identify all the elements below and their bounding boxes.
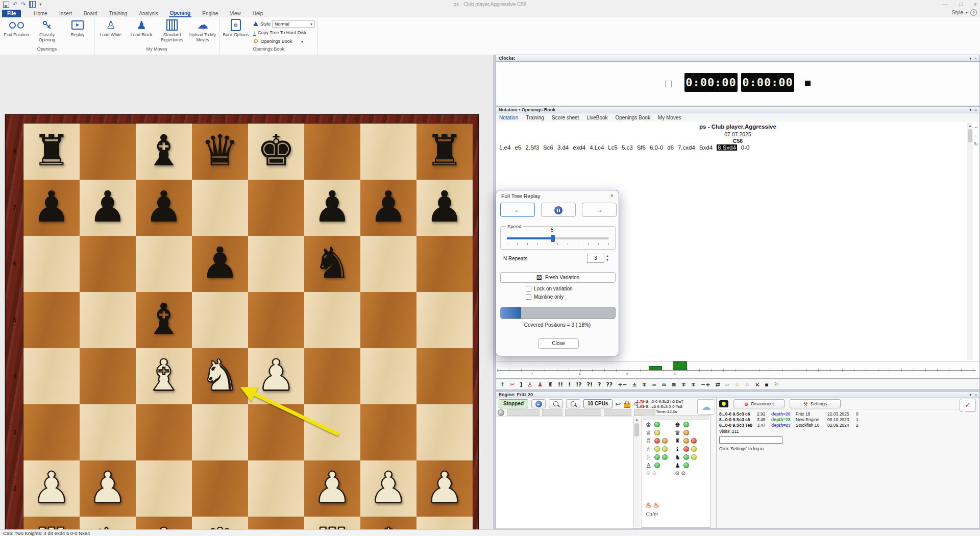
cloud-engine-button[interactable]: ☁ (697, 399, 715, 415)
square-d3[interactable] (192, 404, 248, 460)
square-f7[interactable]: ♟ (304, 180, 360, 236)
black-p-c7[interactable]: ♟ (136, 180, 192, 236)
load-white-button[interactable]: ♙ Load White (97, 18, 124, 38)
find-position-button[interactable]: Find Position (3, 18, 30, 38)
square-f3[interactable] (304, 404, 360, 460)
minimize-button[interactable]: — (942, 1, 948, 7)
square-d7[interactable] (192, 180, 248, 236)
annotation-symbol-13[interactable]: ± (632, 381, 637, 388)
square-f4[interactable] (304, 348, 360, 404)
square-c7[interactable]: ♟ (136, 180, 192, 236)
annotation-symbol-7[interactable]: ! (568, 381, 571, 388)
annotation-symbol-6[interactable]: !! (558, 381, 563, 388)
takeback-icon[interactable]: ↩ (616, 400, 621, 408)
annotation-symbol-5[interactable]: ♜ (548, 381, 553, 388)
annotation-symbol-2[interactable]: ] (520, 381, 522, 388)
standard-repertoires-button[interactable]: Standard Repertoires (159, 18, 185, 42)
white-p-e4[interactable]: ♟ (248, 348, 304, 404)
lets-check-badge[interactable]: ✓ (960, 399, 976, 411)
square-b5[interactable] (80, 292, 136, 348)
square-g8[interactable] (360, 124, 416, 180)
move-Sf6[interactable]: Sf6 (637, 144, 646, 151)
lock-on-variation-row[interactable]: Lock on variation (526, 286, 573, 291)
engine-start-button[interactable]: ▶ (531, 399, 546, 408)
replay-forward-button[interactable]: → (582, 203, 617, 217)
move-Lc5[interactable]: Lc5 (608, 144, 618, 151)
annotation-symbol-27[interactable]: ⚐ (774, 381, 779, 388)
square-c4[interactable]: ♝ (136, 348, 192, 404)
square-h5[interactable] (416, 292, 473, 348)
menu-tab-help[interactable]: Help (252, 10, 264, 17)
black-r-a8[interactable]: ♜ (23, 124, 80, 180)
square-d5[interactable] (192, 292, 248, 348)
style-menu[interactable]: Style (952, 10, 963, 15)
notation-scrollbar[interactable]: ▲ (967, 123, 973, 360)
square-a7[interactable]: ♟ (23, 180, 80, 236)
analysis-plus-button[interactable] (549, 399, 563, 408)
tab-my-moves[interactable]: My Moves (658, 115, 681, 120)
panel-close-icon[interactable]: × (974, 108, 977, 112)
lets-check-status-button[interactable] (719, 400, 728, 407)
black-n-f6[interactable]: ♞ (304, 236, 360, 292)
book-style-select[interactable]: Normal ▾ (273, 20, 314, 28)
chess-board[interactable]: ♜♝♛♚♜♟♟♟♟♟♟♟♞♝♝♞♟♟♟♟♟♟♜♞♝♛♜♚ (23, 124, 473, 536)
square-b7[interactable]: ♟ (80, 180, 136, 236)
book-options-button[interactable]: ⚙ Book Options (223, 18, 249, 38)
square-g7[interactable]: ♟ (360, 180, 416, 236)
menu-tab-engine[interactable]: Engine (201, 10, 219, 17)
annotation-symbol-24[interactable]: ☆ (745, 381, 750, 388)
annotation-symbol-16[interactable]: ∞ (662, 381, 666, 388)
annotation-symbol-0[interactable]: ↑ (500, 381, 505, 388)
black-p-d6[interactable]: ♟ (192, 236, 248, 292)
replay-back-button[interactable]: ← (500, 203, 535, 217)
annotation-symbol-9[interactable]: ?! (587, 381, 593, 388)
square-e4[interactable]: ♟ (248, 348, 304, 404)
move-7.cxd4[interactable]: 7.cxd4 (678, 144, 695, 151)
mainline-only-checkbox[interactable] (526, 294, 531, 300)
analysis-minus-button[interactable] (566, 399, 580, 408)
annotation-symbol-23[interactable]: ☆ (734, 381, 740, 388)
square-e2[interactable] (248, 460, 304, 517)
square-b8[interactable] (80, 124, 136, 180)
classify-opening-button[interactable]: Classify Opening (34, 18, 60, 42)
engine-stop-button[interactable]: Stopped (499, 399, 528, 408)
annotation-symbol-25[interactable]: × (755, 381, 760, 388)
square-f6[interactable]: ♞ (304, 236, 360, 292)
move-Sc6[interactable]: Sc6 (543, 144, 553, 151)
square-d6[interactable]: ♟ (192, 236, 248, 292)
black-b-c8[interactable]: ♝ (136, 124, 192, 180)
square-c8[interactable]: ♝ (136, 124, 192, 180)
square-d2[interactable] (192, 460, 248, 517)
square-g2[interactable]: ♟ (360, 460, 416, 517)
evaluation-graph[interactable]: 2468 (496, 361, 980, 379)
annotation-symbol-20[interactable]: −+ (701, 381, 710, 388)
square-h6[interactable] (416, 236, 473, 292)
settings-button[interactable]: ⚒ Settings (790, 399, 841, 408)
black-p-a7[interactable]: ♟ (23, 180, 80, 236)
replay-pause-button[interactable] (541, 203, 576, 217)
square-a2[interactable]: ♟ (23, 460, 80, 517)
square-b4[interactable] (80, 348, 136, 404)
move-list[interactable]: 1.e4e52.Sf3Sc63.d4exd44.Lc4Lc55.c3Sf66.0… (499, 144, 964, 151)
square-b6[interactable] (80, 236, 136, 292)
black-k-e8[interactable]: ♚ (248, 124, 304, 180)
annotation-symbol-1[interactable]: ✂ (510, 381, 514, 388)
black-p-b7[interactable]: ♟ (80, 180, 136, 236)
annotation-symbol-26[interactable]: ▪ (765, 381, 768, 388)
annotation-symbol-21[interactable]: ⇄ (716, 381, 720, 388)
black-p-h7[interactable]: ♟ (416, 180, 473, 236)
black-p-g7[interactable]: ♟ (360, 180, 416, 236)
square-h3[interactable] (416, 404, 473, 460)
square-a5[interactable] (23, 292, 80, 348)
dialog-close-icon[interactable]: × (610, 192, 614, 199)
tab-training[interactable]: Training (526, 115, 544, 120)
annotation-symbol-18[interactable]: ∓ (681, 381, 686, 388)
annotation-symbol-11[interactable]: ?? (606, 381, 612, 388)
square-e5[interactable] (248, 292, 304, 348)
square-e3[interactable] (248, 404, 304, 460)
move-8.Sxd4[interactable]: 8.Sxd4 (717, 144, 737, 151)
annotation-symbol-17[interactable]: ≌ (671, 381, 676, 388)
square-c5[interactable]: ♝ (136, 292, 192, 348)
move-5.c3[interactable]: 5.c3 (622, 144, 633, 151)
style-caret-icon[interactable]: ▾ (966, 10, 968, 15)
